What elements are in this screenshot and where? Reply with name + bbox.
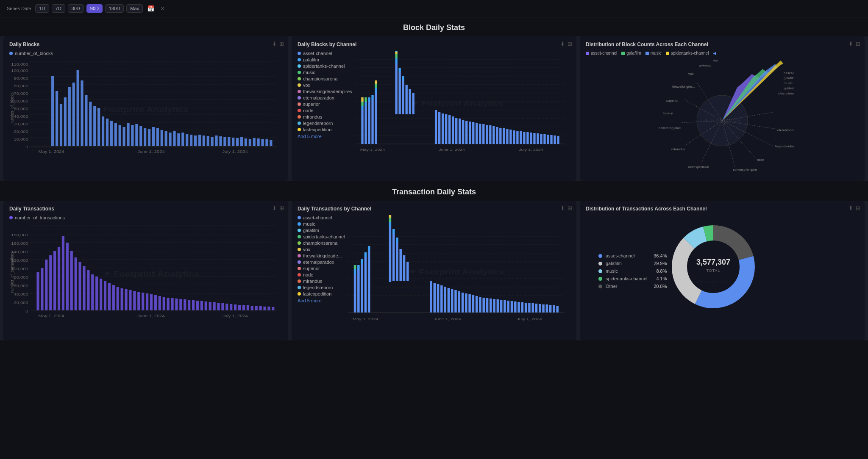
download-btn-6[interactable]: ⬇: [849, 205, 853, 211]
svg-rect-336: [458, 291, 461, 312]
svg-text:TOTAL: TOTAL: [707, 268, 721, 273]
tx-label-2: galafilm: [303, 228, 319, 233]
svg-rect-154: [509, 130, 512, 144]
svg-rect-158: [523, 132, 525, 144]
legend-label-8: superior: [303, 102, 320, 107]
svg-text:✦ Footprint Analytics: ✦ Footprint Analytics: [92, 105, 189, 114]
svg-rect-315: [368, 251, 370, 312]
block-dist-title: Distribution of Block Counts Across Each…: [586, 41, 859, 47]
svg-rect-271: [230, 304, 232, 310]
settings-btn-1[interactable]: ⊞: [279, 41, 284, 47]
legend-item-1: galafilm: [298, 57, 352, 62]
svg-rect-159: [526, 132, 529, 144]
calendar-icon[interactable]: 📅: [145, 4, 156, 13]
svg-rect-52: [165, 131, 167, 146]
svg-rect-132: [435, 110, 437, 144]
svg-rect-360: [542, 304, 545, 312]
svg-rect-235: [78, 262, 81, 310]
svg-rect-260: [184, 299, 186, 310]
svg-rect-44: [131, 125, 134, 146]
svg-rect-349: [504, 300, 506, 312]
download-btn-4[interactable]: ⬇: [272, 205, 277, 211]
svg-rect-268: [217, 303, 220, 310]
tx-legend-0: asset-channel: [298, 215, 345, 220]
svg-rect-134: [442, 113, 444, 144]
legend-label-1: galafilm: [303, 57, 319, 62]
svg-rect-116: [375, 93, 377, 144]
svg-rect-142: [469, 122, 471, 144]
dist-sq-3: [666, 52, 669, 55]
tx-legend-7: eternalparadox: [298, 260, 345, 265]
date-btn-30d[interactable]: 30D: [68, 4, 84, 13]
svg-rect-319: [389, 218, 392, 222]
tx-dot-11: [298, 286, 301, 289]
legend-label-0: asset-channel: [303, 51, 332, 56]
tx-label-0: asset-channel: [303, 215, 332, 220]
svg-rect-356: [529, 303, 531, 312]
svg-rect-254: [159, 296, 161, 310]
block-dist-more[interactable]: ◀: [713, 51, 716, 55]
svg-rect-130: [409, 89, 411, 114]
legend-dot-3: [298, 71, 301, 74]
top-bar: Series Date 1D 7D 30D 90D 180D Max 📅 ✕: [0, 0, 868, 17]
date-btn-180d[interactable]: 180D: [105, 4, 124, 13]
daily-blocks-chart: 0 10,000 20,000 30,000 40,000 50,000 60,…: [9, 57, 282, 160]
svg-text:vox: vox: [688, 72, 693, 76]
svg-rect-107: [361, 102, 363, 106]
svg-rect-119: [375, 80, 377, 84]
settings-btn-6[interactable]: ⊞: [856, 205, 860, 211]
svg-rect-247: [129, 290, 131, 310]
daily-tx-chart: 0 20,000 40,000 60,000 80,000 100,000 12…: [9, 221, 282, 324]
svg-rect-138: [455, 118, 457, 144]
svg-rect-316: [368, 246, 370, 251]
date-btn-1d[interactable]: 1D: [35, 4, 49, 13]
block-dist-actions: ⬇ ⊞: [849, 41, 860, 47]
svg-rect-225: [36, 272, 39, 310]
block-dist-radial: asset-channel galafilm music spidertanks…: [586, 57, 859, 176]
settings-btn-2[interactable]: ⊞: [568, 41, 572, 47]
svg-rect-161: [533, 133, 535, 144]
dist-sq-1: [621, 52, 625, 55]
svg-rect-72: [249, 139, 251, 146]
svg-rect-314: [364, 252, 367, 257]
svg-rect-109: [364, 106, 367, 144]
svg-point-375: [688, 241, 739, 292]
settings-btn-3[interactable]: ⊞: [856, 41, 860, 47]
download-btn-1[interactable]: ⬇: [272, 41, 277, 47]
donut-pct-1: 29.9%: [651, 261, 667, 266]
tx-channel-legend: asset-channel music galafilm spidertanks…: [298, 215, 345, 317]
svg-text:mirandus: mirandus: [671, 147, 685, 151]
settings-btn-4[interactable]: ⊞: [279, 205, 284, 211]
daily-tx-legend: number_of_transactions: [9, 215, 282, 220]
legend-item-2: spidertanks-channel: [298, 64, 352, 69]
svg-rect-123: [395, 52, 397, 54]
tx-legend-11: legendsreborn: [298, 285, 345, 290]
date-btn-7d[interactable]: 7D: [52, 4, 65, 13]
daily-blocks-legend: number_of_blocks: [9, 51, 282, 56]
svg-rect-128: [402, 76, 404, 80]
close-icon[interactable]: ✕: [159, 4, 167, 13]
block-charts-row: Daily Blocks ⬇ ⊞ number_of_blocks: [0, 36, 868, 181]
donut-label-2: music: [606, 268, 618, 274]
svg-rect-55: [177, 133, 180, 146]
download-btn-3[interactable]: ⬇: [849, 41, 853, 47]
svg-rect-226: [41, 268, 43, 310]
svg-rect-308: [354, 265, 356, 269]
svg-text:✦ Footprint Analytics: ✦ Footprint Analytics: [103, 270, 199, 278]
blocks-by-channel-panel: Daily Blocks by Channel ⬇ ⊞ asset-channe…: [292, 36, 576, 181]
series-date-label: Series Date: [7, 6, 31, 11]
svg-rect-29: [68, 87, 71, 146]
download-btn-5[interactable]: ⬇: [560, 205, 565, 211]
svg-text:superior: superior: [666, 99, 679, 102]
settings-btn-5[interactable]: ⊞: [568, 205, 572, 211]
tx-and-more[interactable]: And 5 more: [298, 298, 345, 303]
daily-blocks-actions: ⬇ ⊞: [272, 41, 284, 47]
download-btn-2[interactable]: ⬇: [560, 41, 565, 47]
legend-item-10: mirandus: [298, 114, 352, 119]
svg-rect-335: [455, 290, 457, 312]
svg-rect-137: [452, 116, 454, 144]
blocks-and-more[interactable]: And 5 more: [298, 134, 352, 139]
svg-rect-251: [146, 293, 148, 310]
date-btn-90d[interactable]: 90D: [86, 4, 103, 13]
date-btn-max[interactable]: Max: [126, 4, 143, 13]
